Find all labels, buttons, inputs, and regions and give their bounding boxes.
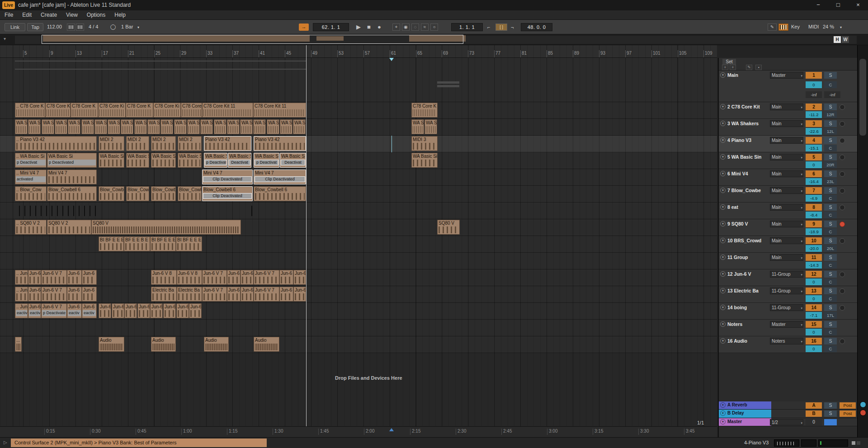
clip[interactable]: WA S: [253, 119, 266, 134]
output-routing-menu[interactable]: 11-Group▾: [770, 288, 803, 294]
close-button[interactable]: ×: [848, 0, 868, 10]
peak-level-field[interactable]: -inf: [806, 91, 822, 98]
zoom-to-fit-height-button[interactable]: H: [834, 36, 841, 43]
fold-icon[interactable]: ▾: [720, 410, 726, 416]
track-lane-main[interactable]: [0, 58, 717, 102]
tap-tempo-button[interactable]: Tap: [27, 23, 43, 31]
clip[interactable]: WA S: [267, 119, 279, 134]
volume-field[interactable]: -18.9: [806, 228, 822, 235]
fold-icon[interactable]: ▾: [720, 72, 726, 78]
track-lane-12-jun-6-v[interactable]: .. Jun-6Jun-6Jun-6 V 7Jun-6Jun-6Jun-6 V …: [0, 269, 717, 286]
record-indicator-icon[interactable]: [860, 410, 866, 416]
clip[interactable]: Jun-6: [137, 303, 150, 318]
return-track-b-delay[interactable]: ▾B DelayBSPost: [719, 410, 858, 418]
clip[interactable]: Jun-6: [124, 303, 137, 318]
clip[interactable]: C78 Core K: [411, 103, 438, 118]
loop-button[interactable]: [ ]: [495, 24, 507, 31]
clip[interactable]: .. Mini V4 7activated: [15, 170, 47, 184]
solo-button[interactable]: S: [824, 402, 837, 409]
solo-button[interactable]: S: [824, 137, 837, 144]
volume-field[interactable]: -14.3: [806, 262, 822, 269]
output-routing-menu[interactable]: Main▾: [770, 120, 803, 127]
track-number-badge[interactable]: 2: [806, 104, 822, 110]
clip[interactable]: WA S: [227, 119, 240, 134]
clip[interactable]: WA S: [240, 119, 253, 134]
mixer-track-11-group[interactable]: ▾11 GroupMain▾11S-14.3C: [719, 253, 858, 269]
clip[interactable]: Jun-6 V 8: [177, 270, 202, 285]
track-number-badge[interactable]: 4: [806, 137, 822, 144]
track-number-badge[interactable]: 1: [806, 72, 822, 79]
clip[interactable]: WA S: [174, 119, 187, 134]
output-routing-menu[interactable]: Main▾: [770, 254, 803, 261]
session-record-button[interactable]: ○: [430, 24, 438, 31]
menu-options[interactable]: Options: [82, 10, 110, 20]
pan-field[interactable]: 20R: [824, 161, 837, 168]
clip[interactable]: BI BF E E E E: [150, 236, 176, 251]
clip[interactable]: WA S: [108, 119, 120, 134]
fold-icon[interactable]: ▾: [720, 137, 726, 143]
automation-arm-button[interactable]: ◉: [402, 24, 410, 31]
arm-button[interactable]: [840, 238, 845, 244]
track-lane-noters[interactable]: [0, 320, 717, 336]
fold-icon[interactable]: ▾: [720, 288, 726, 293]
clip[interactable]: Jun-6eactiv: [82, 303, 97, 318]
output-routing-menu[interactable]: Main▾: [770, 154, 803, 160]
clip[interactable]: WA Basic Si: [99, 153, 124, 168]
clip[interactable]: Blow_Cowbell 6: [47, 186, 97, 201]
return-track-toggle-icon[interactable]: [860, 401, 866, 408]
track-number-badge[interactable]: 9: [806, 221, 822, 227]
track-number-badge[interactable]: 6: [806, 170, 822, 177]
clip[interactable]: C78 Core Ki: [45, 103, 71, 118]
solo-button[interactable]: S: [824, 120, 837, 127]
pan-field[interactable]: C: [824, 262, 837, 269]
computer-midi-keyboard-button[interactable]: [778, 24, 788, 31]
output-routing-menu[interactable]: Main▾: [770, 104, 803, 110]
clip[interactable]: WA Basic SDeactivat: [228, 153, 251, 168]
arm-button[interactable]: [840, 288, 845, 294]
output-routing-menu[interactable]: Main▾: [770, 204, 803, 211]
mixer-track-12-jun-6-v[interactable]: ▾12 Jun-6 V11-Group▾12S0C: [719, 269, 858, 286]
solo-button[interactable]: S: [824, 410, 837, 417]
clip[interactable]: C78 Core Kit 11: [202, 103, 253, 118]
arm-button[interactable]: [840, 339, 845, 344]
track-lane-9-sq80-v[interactable]: .. SQ80 V 2SQ80 V 2SQ80 VSQ80 V: [0, 219, 717, 236]
solo-button[interactable]: S: [824, 187, 837, 194]
mixer-track-16-audio[interactable]: ▾16 AudioNoters▾16S0C: [719, 336, 858, 353]
arm-button[interactable]: [840, 305, 845, 311]
output-routing-menu[interactable]: Main▾: [770, 137, 803, 144]
solo-button[interactable]: S: [824, 271, 837, 278]
output-routing-menu[interactable]: Main▾: [770, 187, 803, 194]
clip[interactable]: .. Piano V3 42: [15, 136, 97, 151]
track-number-badge[interactable]: 3: [806, 120, 822, 127]
clip[interactable]: Blow_Cowb: [126, 186, 149, 201]
pan-field[interactable]: C: [824, 329, 837, 335]
track-lane-6-mini-v4[interactable]: .. Mini V4 7activatedMini V4 7Mini V4 7C…: [0, 169, 717, 186]
clip[interactable]: Jun-6: [241, 270, 254, 285]
maximize-button[interactable]: □: [828, 0, 848, 10]
clip[interactable]: MIDI 2: [99, 136, 124, 151]
clip[interactable]: Jun-6: [67, 287, 82, 302]
clip[interactable]: Jun-6: [176, 303, 189, 318]
arm-button[interactable]: [840, 104, 845, 110]
mixer-track-13-electric-ba[interactable]: ▾13 Electric Ba11-Group▾13S0C: [719, 286, 858, 303]
track-lane-8-eat[interactable]: [0, 203, 717, 219]
clip[interactable]: .. Jun-6: [15, 287, 28, 302]
track-lane-14-boing[interactable]: .. Jun-6eactivJun-6eactivJun-6 V 7p Deac…: [0, 303, 717, 320]
pan-field[interactable]: C: [824, 345, 837, 352]
mixer-track-5-wa-basic-sin[interactable]: ▾5 WA Basic SinMain▾5S020R: [719, 152, 858, 169]
fold-icon[interactable]: ▾: [720, 321, 726, 327]
midi-note-ticks[interactable]: [251, 206, 256, 216]
arrangement-empty-area[interactable]: [0, 353, 717, 426]
solo-button[interactable]: S: [824, 254, 837, 261]
status-expander-icon[interactable]: ▷: [4, 440, 7, 445]
clip[interactable]: BI BF E E E E: [176, 236, 202, 251]
play-button[interactable]: ▶: [356, 24, 361, 31]
punch-in-icon[interactable]: ⌐: [487, 24, 490, 31]
fold-icon[interactable]: ▾: [720, 204, 726, 210]
clip[interactable]: WA S: [121, 119, 133, 134]
volume-field[interactable]: -8.4: [806, 212, 822, 218]
clip[interactable]: Jun-6: [279, 287, 293, 302]
clip[interactable]: Jun-6 V 7: [254, 287, 279, 302]
clip[interactable]: Jun-6: [28, 270, 41, 285]
mixer-track-2-c78-core-kit[interactable]: ▾2 C78 Core KitMain▾2S-11.212R: [719, 102, 858, 119]
